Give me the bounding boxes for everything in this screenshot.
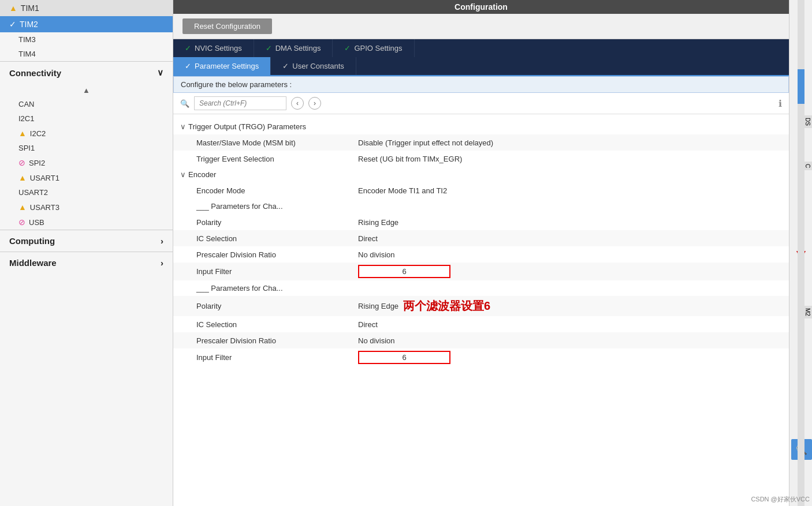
search-bar: 🔍 ‹ › ℹ bbox=[173, 93, 789, 114]
sidebar-item-tim4[interactable]: TIM4 bbox=[0, 47, 173, 61]
tab-user-constants[interactable]: ✓ User Constants bbox=[271, 57, 356, 75]
trigger-event-row: Trigger Event Selection Reset (UG bit fr… bbox=[173, 151, 789, 167]
sidebar-item-usb[interactable]: ⊘ USB bbox=[0, 215, 173, 230]
warning-icon-i2c2: ▲ bbox=[18, 129, 27, 138]
search-prev-button[interactable]: ‹ bbox=[291, 97, 304, 110]
configure-hint-bar: Configure the below parameters : bbox=[173, 76, 789, 93]
right-label-ds: DS bbox=[803, 115, 812, 128]
chinese-annotation: 两个滤波器设置6 bbox=[403, 298, 490, 314]
computing-label: Computing bbox=[9, 236, 55, 246]
encoder-toggle: ∨ bbox=[180, 170, 186, 179]
trgo-title: Trigger Output (TRGO) Parameters bbox=[188, 122, 306, 131]
sidebar-item-usart3[interactable]: ▲ USART3 bbox=[0, 200, 173, 215]
cha1-filter-name: Input Filter bbox=[196, 267, 358, 276]
sidebar-item-i2c1[interactable]: I2C1 bbox=[0, 111, 173, 126]
cha2-header: ___ Parameters for Cha... bbox=[173, 280, 789, 296]
cha1-header: ___ Parameters for Cha... bbox=[173, 198, 789, 214]
search-next-button[interactable]: › bbox=[308, 97, 321, 110]
trigger-event-value: Reset (UG bit from TIMx_EGR) bbox=[358, 155, 462, 163]
cha1-prescaler-value: No division bbox=[358, 250, 395, 259]
middleware-section-header[interactable]: Middleware › bbox=[0, 252, 173, 273]
tab-gpio[interactable]: ✓ GPIO Settings bbox=[333, 39, 414, 57]
search-icon: 🔍 bbox=[180, 99, 189, 108]
tim4-label: TIM4 bbox=[18, 50, 36, 58]
computing-section-header[interactable]: Computing › bbox=[0, 230, 173, 252]
trigger-event-name: Trigger Event Selection bbox=[196, 155, 358, 163]
cha1-ic-value: Direct bbox=[358, 234, 378, 243]
sidebar-item-tim1[interactable]: ▲ TIM1 bbox=[0, 0, 173, 16]
cha1-polarity-row: Polarity Rising Edge bbox=[173, 214, 789, 230]
cha2-ic-row: IC Selection Direct bbox=[173, 316, 789, 332]
main-content: Configuration Reset Configuration ✓ NVIC… bbox=[173, 0, 789, 506]
encoder-section-header[interactable]: ∨ Encoder bbox=[173, 167, 789, 182]
cha1-prescaler-name: Prescaler Division Ratio bbox=[196, 250, 358, 259]
warning-icon-usart1: ▲ bbox=[18, 173, 27, 182]
encoder-title: Encoder bbox=[188, 170, 216, 179]
cha1-header-text: ___ Parameters for Cha... bbox=[196, 202, 283, 211]
connectivity-section-header[interactable]: Connectivity ∨ bbox=[0, 61, 173, 84]
sidebar-item-usart2[interactable]: USART2 bbox=[0, 185, 173, 200]
configure-hint-text: Configure the below parameters : bbox=[181, 80, 292, 89]
reset-configuration-button[interactable]: Reset Configuration bbox=[182, 18, 272, 34]
cha2-prescaler-value: No division bbox=[358, 336, 395, 345]
cancel-icon-usb: ⊘ bbox=[18, 218, 25, 227]
scrollbar-track[interactable] bbox=[798, 0, 804, 506]
cha2-polarity-row: Polarity Rising Edge 两个滤波器设置6 bbox=[173, 296, 789, 316]
right-label-c: C bbox=[803, 162, 812, 170]
check-icon-gpio: ✓ bbox=[344, 44, 351, 53]
can-label: CAN bbox=[18, 100, 34, 108]
sidebar-item-i2c2[interactable]: ▲ I2C2 bbox=[0, 126, 173, 141]
sidebar-item-spi1[interactable]: SPI1 bbox=[0, 141, 173, 155]
warning-icon-usart3: ▲ bbox=[18, 203, 27, 212]
cha2-polarity-name: Polarity bbox=[196, 302, 358, 310]
sidebar-item-tim2[interactable]: ✓ TIM2 bbox=[0, 16, 173, 32]
search-input[interactable] bbox=[194, 96, 286, 110]
check-icon-param: ✓ bbox=[185, 62, 191, 70]
sidebar-item-usart1[interactable]: ▲ USART1 bbox=[0, 170, 173, 185]
cha2-filter-value[interactable]: 6 bbox=[358, 351, 450, 364]
cha1-polarity-value: Rising Edge bbox=[358, 218, 398, 227]
cha2-ic-name: IC Selection bbox=[196, 320, 358, 329]
watermark: CSDN @好家伙VCC bbox=[751, 495, 810, 504]
connectivity-label: Connectivity bbox=[9, 68, 61, 78]
cha2-prescaler-row: Prescaler Division Ratio No division bbox=[173, 332, 789, 348]
encoder-mode-name: Encoder Mode bbox=[196, 186, 358, 195]
tab-parameter-settings[interactable]: ✓ Parameter Settings bbox=[173, 57, 271, 75]
dma-tab-label: DMA Settings bbox=[275, 44, 321, 53]
cha1-ic-name: IC Selection bbox=[196, 234, 358, 243]
warning-icon: ▲ bbox=[9, 3, 17, 13]
gpio-tab-label: GPIO Settings bbox=[354, 44, 402, 53]
check-icon-dma: ✓ bbox=[266, 44, 272, 53]
scrollbar-thumb[interactable] bbox=[798, 69, 804, 104]
tab-dma[interactable]: ✓ DMA Settings bbox=[254, 39, 333, 57]
tim1-label: TIM1 bbox=[21, 3, 39, 13]
content-wrapper: Configuration Reset Configuration ✓ NVIC… bbox=[173, 0, 812, 506]
top-bar: Configuration bbox=[173, 0, 789, 14]
msm-row: Master/Slave Mode (MSM bit) Disable (Tri… bbox=[173, 134, 789, 151]
right-label-m2: M2 bbox=[803, 306, 812, 318]
cha1-filter-value[interactable]: 6 bbox=[358, 265, 450, 278]
spi1-label: SPI1 bbox=[18, 144, 35, 152]
trgo-section-header[interactable]: ∨ Trigger Output (TRGO) Parameters bbox=[173, 119, 789, 134]
i2c1-label: I2C1 bbox=[18, 114, 34, 123]
cha2-prescaler-name: Prescaler Division Ratio bbox=[196, 336, 358, 345]
param-tab-label: Parameter Settings bbox=[195, 62, 259, 70]
cha1-prescaler-row: Prescaler Division Ratio No division bbox=[173, 246, 789, 263]
user-tab-label: User Constants bbox=[292, 62, 344, 70]
msm-name: Master/Slave Mode (MSM bit) bbox=[196, 138, 358, 147]
usart1-label: USART1 bbox=[30, 174, 59, 182]
cha2-ic-value: Direct bbox=[358, 320, 378, 329]
sidebar-item-spi2[interactable]: ⊘ SPI2 bbox=[0, 155, 173, 170]
middleware-label: Middleware bbox=[9, 258, 57, 268]
trgo-toggle: ∨ bbox=[180, 122, 186, 131]
sidebar-item-tim3[interactable]: TIM3 bbox=[0, 32, 173, 47]
usart2-label: USART2 bbox=[18, 188, 48, 197]
encoder-mode-value: Encoder Mode TI1 and TI2 bbox=[358, 186, 447, 195]
cancel-icon-spi2: ⊘ bbox=[18, 158, 25, 167]
sidebar-item-can[interactable]: CAN bbox=[0, 97, 173, 111]
tab-nvic[interactable]: ✓ NVIC Settings bbox=[173, 39, 254, 57]
sidebar: ▲ TIM1 ✓ TIM2 TIM3 TIM4 Connectivity ∨ ▲… bbox=[0, 0, 173, 506]
tabs-row-2: ✓ Parameter Settings ✓ User Constants bbox=[173, 57, 789, 76]
cha1-polarity-name: Polarity bbox=[196, 218, 358, 227]
info-icon: ℹ bbox=[779, 98, 782, 109]
